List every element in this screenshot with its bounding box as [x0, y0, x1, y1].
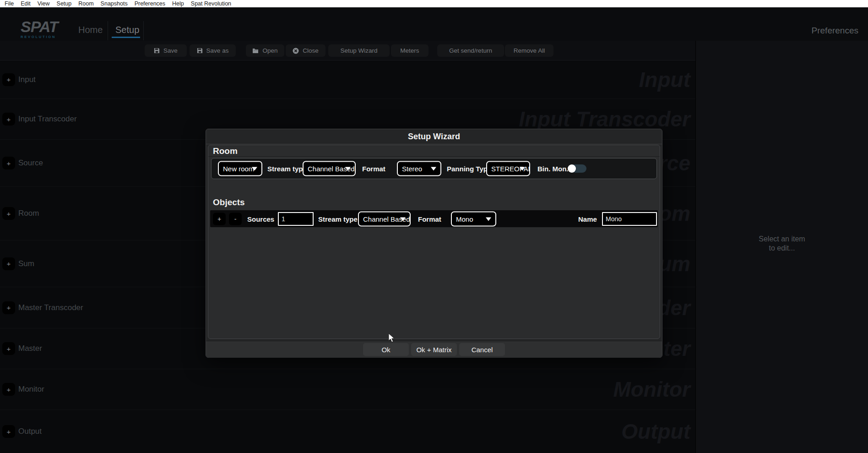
room-section-title: Room: [213, 146, 238, 156]
row-input: Input + Input: [0, 60, 695, 98]
format-label: Format: [362, 165, 385, 173]
meters-button[interactable]: Meters: [391, 44, 429, 57]
empty-selection-message: Select an item to edit...: [759, 235, 805, 253]
spat-logo-title: SPAT: [21, 19, 58, 34]
save-button[interactable]: Save: [145, 44, 187, 57]
open-folder-icon: [252, 48, 259, 54]
room-settings-row: New room Stream type Channel Based Forma…: [211, 158, 657, 179]
spat-logo-subtitle: REVOLUTION: [21, 35, 58, 39]
setup-wizard-button[interactable]: Setup Wizard: [328, 44, 390, 57]
row-output: Output + Output: [0, 409, 695, 453]
add-source-button[interactable]: +: [2, 157, 15, 169]
tab-setup[interactable]: Setup: [115, 25, 139, 35]
watermark-monitor: Monitor: [613, 377, 690, 402]
row-label-master-transcoder: Master Transcoder: [18, 303, 83, 312]
object-name-label: Name: [578, 215, 597, 223]
add-input-transcoder-button[interactable]: +: [2, 113, 15, 126]
add-room-button[interactable]: +: [2, 207, 15, 220]
add-master-transcoder-button[interactable]: +: [2, 301, 15, 314]
panning-type-label: Panning Type: [447, 165, 491, 173]
save-icon: [154, 48, 160, 54]
row-label-master: Master: [18, 344, 42, 353]
ok-matrix-button[interactable]: Ok + Matrix: [411, 343, 457, 356]
dialog-body: Room New room Stream type Channel Based …: [208, 145, 660, 339]
watermark-output: Output: [621, 419, 690, 444]
row-label-sum: Sum: [18, 259, 34, 268]
menu-spat-revolution[interactable]: Spat Revolution: [191, 0, 231, 7]
objects-section-title: Objects: [213, 197, 245, 207]
edit-panel: Select an item to edit...: [695, 41, 868, 453]
sources-label: Sources: [247, 215, 274, 223]
os-menubar: File Edit View Setup Room Snapshots Pref…: [0, 0, 868, 7]
menu-view[interactable]: View: [38, 0, 50, 7]
row-label-input: Input: [18, 75, 36, 84]
add-output-button[interactable]: +: [2, 425, 15, 438]
save-as-button[interactable]: Save as: [190, 44, 236, 57]
bin-mon-toggle[interactable]: [568, 164, 586, 173]
app-header: SPAT REVOLUTION Home Setup Preferences: [0, 7, 868, 41]
row-label-room: Room: [18, 209, 39, 218]
menu-preferences[interactable]: Preferences: [135, 0, 165, 7]
ok-button[interactable]: Ok: [363, 343, 409, 356]
room-format-select[interactable]: Stereo: [397, 161, 441, 176]
setup-wizard-dialog: Setup Wizard Room New room Stream type C…: [206, 129, 662, 358]
sources-count-input[interactable]: [278, 212, 314, 226]
row-label-monitor: Monitor: [18, 385, 44, 394]
get-send-return-button[interactable]: Get send/return: [437, 44, 504, 57]
stream-type-label: Stream type: [267, 165, 307, 173]
open-button[interactable]: Open: [246, 44, 284, 57]
setup-toolbar: Save Save as Open Close Setup Wizard Met…: [0, 41, 695, 60]
menu-setup[interactable]: Setup: [57, 0, 72, 7]
tab-separator: [143, 21, 144, 40]
add-object-button[interactable]: +: [213, 213, 226, 225]
cancel-button[interactable]: Cancel: [459, 343, 505, 356]
row-label-input-transcoder: Input Transcoder: [18, 115, 77, 124]
panning-type-select[interactable]: STEREOPAN: [486, 161, 530, 176]
row-label-output: Output: [18, 427, 42, 436]
dialog-footer: Ok Ok + Matrix Cancel: [206, 341, 662, 358]
row-label-source: Source: [18, 158, 43, 168]
row-monitor: Monitor + Monitor: [0, 369, 695, 409]
tab-separator: [108, 21, 108, 40]
object-stream-type-label: Stream type: [318, 215, 358, 223]
watermark-input-transcoder: Input Transcoder: [519, 107, 690, 131]
object-format-label: Format: [418, 215, 441, 223]
object-stream-type-select[interactable]: Channel Based: [358, 211, 411, 226]
menu-snapshots[interactable]: Snapshots: [101, 0, 128, 7]
bin-mon-label: Bin. Mon.: [537, 165, 569, 173]
add-input-button[interactable]: +: [2, 73, 15, 86]
tab-home[interactable]: Home: [78, 25, 103, 35]
remove-all-button[interactable]: Remove All: [505, 44, 553, 57]
menu-edit[interactable]: Edit: [21, 0, 31, 7]
menu-file[interactable]: File: [5, 0, 14, 7]
spat-logo: SPAT REVOLUTION: [21, 19, 58, 39]
close-button[interactable]: Close: [286, 44, 326, 57]
menu-help[interactable]: Help: [172, 0, 184, 7]
add-monitor-button[interactable]: +: [2, 383, 15, 396]
toggle-knob: [568, 164, 576, 173]
remove-object-button[interactable]: -: [229, 213, 242, 225]
add-master-button[interactable]: +: [2, 342, 15, 355]
objects-row: + - Sources Stream type Channel Based Fo…: [210, 210, 658, 227]
close-circle-icon: [293, 48, 299, 54]
object-name-input[interactable]: [602, 212, 657, 226]
active-tab-underline: [112, 37, 140, 38]
add-sum-button[interactable]: +: [2, 257, 15, 270]
room-select[interactable]: New room: [218, 161, 262, 176]
room-stream-type-select[interactable]: Channel Based: [303, 161, 356, 176]
menu-room[interactable]: Room: [78, 0, 93, 7]
section-divider: [208, 156, 660, 157]
object-format-select[interactable]: Mono: [451, 211, 496, 226]
dialog-title: Setup Wizard: [206, 129, 662, 144]
watermark-input: Input: [639, 67, 690, 92]
preferences-link[interactable]: Preferences: [812, 26, 858, 36]
save-as-icon: [197, 48, 203, 54]
